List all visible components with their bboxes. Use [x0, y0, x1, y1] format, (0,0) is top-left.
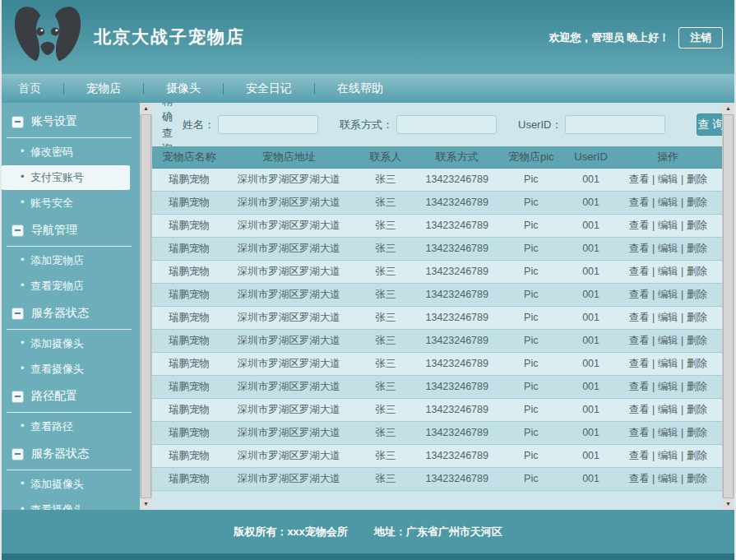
view-link[interactable]: 查看 [628, 335, 649, 346]
view-link[interactable]: 查看 [628, 427, 649, 438]
cell-phone: 13423246789 [420, 329, 494, 352]
sidebar-item-view-camera-2[interactable]: 查看摄像头 [2, 498, 130, 510]
edit-link[interactable]: 编辑 [658, 220, 678, 231]
cell-userid: 001 [568, 260, 613, 283]
sidebar-group-server-status: 服务器状态 添加摄像头 查看摄像头 [2, 299, 140, 382]
action-separator: | [678, 335, 687, 346]
delete-link[interactable]: 删除 [687, 427, 707, 438]
nav-item-home[interactable]: 首页 [15, 81, 63, 96]
cell-contact: 张三 [352, 421, 420, 444]
collapse-minus-icon[interactable] [12, 308, 23, 319]
collapse-minus-icon[interactable] [12, 225, 23, 236]
query-button[interactable]: 查 询 [697, 113, 722, 136]
sidebar-group-header[interactable]: 服务器状态 [2, 299, 140, 326]
view-link[interactable]: 查看 [628, 381, 649, 392]
delete-link[interactable]: 删除 [687, 220, 707, 231]
name-input[interactable] [218, 115, 318, 134]
edit-link[interactable]: 编辑 [658, 427, 678, 438]
delete-link[interactable]: 删除 [687, 197, 707, 208]
edit-link[interactable]: 编辑 [658, 243, 678, 254]
edit-link[interactable]: 编辑 [658, 358, 678, 369]
nav-item-security-log[interactable]: 安全日记 [224, 81, 314, 96]
view-link[interactable]: 查看 [628, 197, 649, 208]
sidebar-item-add-pet-shop[interactable]: 添加宠物店 [2, 248, 130, 273]
cell-shop-name: 瑞鹏宠物 [152, 283, 226, 306]
view-link[interactable]: 查看 [628, 404, 649, 415]
delete-link[interactable]: 删除 [687, 243, 707, 254]
action-separator: | [649, 450, 657, 461]
view-link[interactable]: 查看 [628, 358, 649, 369]
main-scrollbar[interactable]: ▲ ▼ [722, 103, 734, 510]
sidebar-group-header[interactable]: 账号设置 [2, 108, 140, 134]
sidebar-group-header[interactable]: 服务器状态 [2, 440, 140, 466]
delete-link[interactable]: 删除 [687, 289, 707, 300]
edit-link[interactable]: 编辑 [658, 450, 678, 461]
edit-link[interactable]: 编辑 [658, 335, 678, 346]
delete-link[interactable]: 删除 [687, 404, 707, 415]
delete-link[interactable]: 删除 [687, 312, 707, 323]
view-link[interactable]: 查看 [628, 312, 649, 323]
sidebar-item-view-path[interactable]: 查看路径 [2, 414, 130, 439]
action-separator: | [649, 266, 657, 277]
sidebar-item-add-camera-2[interactable]: 添加摄像头 [2, 472, 130, 497]
sidebar-item-account-security[interactable]: 账号安全 [2, 191, 130, 215]
cell-pic: Pic [494, 444, 568, 467]
sidebar-item-add-camera[interactable]: 添加摄像头 [2, 331, 130, 356]
edit-link[interactable]: 编辑 [658, 473, 678, 484]
sidebar-item-alipay-account[interactable]: 支付宝账号 [2, 165, 130, 190]
edit-link[interactable]: 编辑 [658, 174, 678, 185]
collapse-minus-icon[interactable] [12, 391, 23, 402]
nav-item-online-help[interactable]: 在线帮助 [315, 81, 405, 96]
delete-link[interactable]: 删除 [687, 174, 707, 185]
scrollbar-thumb[interactable] [141, 114, 151, 498]
view-link[interactable]: 查看 [628, 450, 649, 461]
scroll-down-icon[interactable]: ▼ [722, 498, 734, 510]
nav-item-camera[interactable]: 摄像头 [144, 81, 223, 96]
edit-link[interactable]: 编辑 [658, 197, 678, 208]
logout-button[interactable]: 注销 [678, 27, 723, 49]
edit-link[interactable]: 编辑 [658, 312, 678, 323]
nav-item-pet-shop[interactable]: 宠物店 [64, 81, 143, 96]
delete-link[interactable]: 删除 [687, 473, 707, 484]
view-link[interactable]: 查看 [628, 266, 649, 277]
userid-input[interactable] [565, 115, 665, 134]
view-link[interactable]: 查看 [628, 289, 649, 300]
sidebar-item-view-camera[interactable]: 查看摄像头 [2, 357, 130, 382]
cell-shop-name: 瑞鹏宠物 [152, 375, 226, 398]
edit-link[interactable]: 编辑 [658, 266, 678, 277]
view-link[interactable]: 查看 [628, 473, 649, 484]
delete-link[interactable]: 删除 [687, 381, 707, 392]
scroll-up-icon[interactable]: ▲ [722, 103, 734, 114]
view-link[interactable]: 查看 [628, 220, 649, 231]
scroll-down-icon[interactable]: ▼ [140, 498, 152, 510]
main-nav: 首页 宠物店 摄像头 安全日记 在线帮助 [2, 74, 734, 103]
sidebar-item-modify-password[interactable]: 修改密码 [2, 140, 130, 164]
edit-link[interactable]: 编辑 [658, 381, 678, 392]
delete-link[interactable]: 删除 [687, 450, 707, 461]
scroll-up-icon[interactable]: ▲ [140, 103, 152, 114]
edit-link[interactable]: 编辑 [658, 289, 678, 300]
contact-field: 联系方式： [340, 115, 497, 134]
cell-pic: Pic [494, 214, 568, 237]
view-link[interactable]: 查看 [628, 174, 649, 185]
group-divider [7, 329, 132, 330]
action-separator: | [649, 243, 657, 254]
collapse-minus-icon[interactable] [12, 449, 23, 460]
cell-phone: 13423246789 [420, 352, 494, 375]
contact-input[interactable] [396, 115, 497, 134]
sidebar-item-view-pet-shop[interactable]: 查看宠物店 [2, 274, 130, 299]
edit-link[interactable]: 编辑 [658, 404, 678, 415]
delete-link[interactable]: 删除 [687, 266, 707, 277]
main-content: 精确查询 姓名： 联系方式： UserID： 查 询 [152, 103, 722, 510]
delete-link[interactable]: 删除 [687, 358, 707, 369]
delete-link[interactable]: 删除 [687, 335, 707, 346]
cell-contact: 张三 [352, 260, 420, 283]
sidebar-group-header[interactable]: 路径配置 [2, 382, 140, 409]
collapse-minus-icon[interactable] [12, 117, 23, 127]
search-bar: 精确查询 姓名： 联系方式： UserID： 查 询 [152, 103, 722, 146]
sidebar-group-header[interactable]: 导航管理 [2, 216, 140, 243]
cell-phone: 13423246789 [420, 421, 494, 444]
scrollbar-thumb[interactable] [723, 114, 734, 498]
view-link[interactable]: 查看 [628, 243, 649, 254]
sidebar-scrollbar[interactable]: ▲ ▼ [140, 103, 152, 510]
